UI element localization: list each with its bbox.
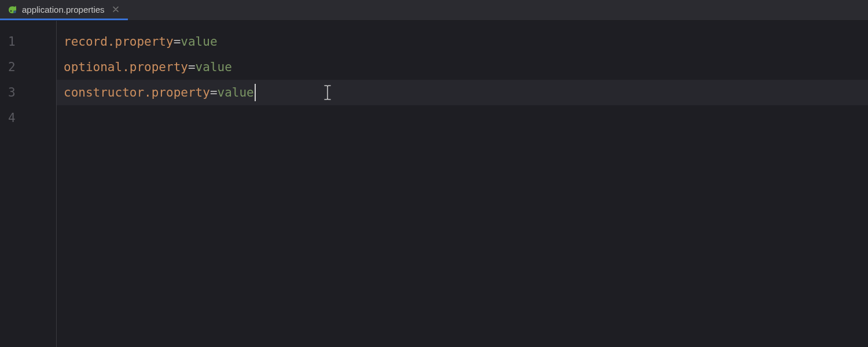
tab-label: application.properties (22, 5, 105, 14)
line-number[interactable]: 4 (0, 105, 56, 131)
code-line[interactable] (64, 105, 868, 131)
tab-application-properties[interactable]: application.properties (0, 0, 128, 20)
code-line[interactable]: constructor.property=value (57, 80, 868, 105)
editor-area: 1 2 3 4 record.property=value optional.p… (0, 21, 868, 347)
property-value: value (181, 29, 217, 54)
property-key: record.property (64, 29, 174, 54)
svg-point-2 (14, 12, 16, 13)
text-caret (255, 84, 256, 101)
svg-point-0 (10, 10, 12, 12)
tab-bar: application.properties (0, 0, 868, 21)
close-icon[interactable] (112, 5, 120, 13)
property-value: value (218, 80, 254, 105)
line-number[interactable]: 2 (0, 54, 56, 80)
line-number[interactable]: 1 (0, 29, 56, 54)
line-gutter: 1 2 3 4 (0, 21, 57, 347)
property-value: value (196, 54, 232, 80)
line-number[interactable]: 3 (0, 80, 56, 105)
code-line[interactable]: optional.property=value (64, 54, 868, 80)
equals-sign: = (188, 54, 196, 80)
code-editor[interactable]: record.property=value optional.property=… (57, 21, 868, 347)
property-key: optional.property (64, 54, 188, 80)
property-key: constructor.property (64, 80, 210, 105)
equals-sign: = (210, 80, 218, 105)
spring-config-icon (8, 5, 17, 14)
equals-sign: = (174, 29, 181, 54)
code-line[interactable]: record.property=value (64, 29, 868, 54)
